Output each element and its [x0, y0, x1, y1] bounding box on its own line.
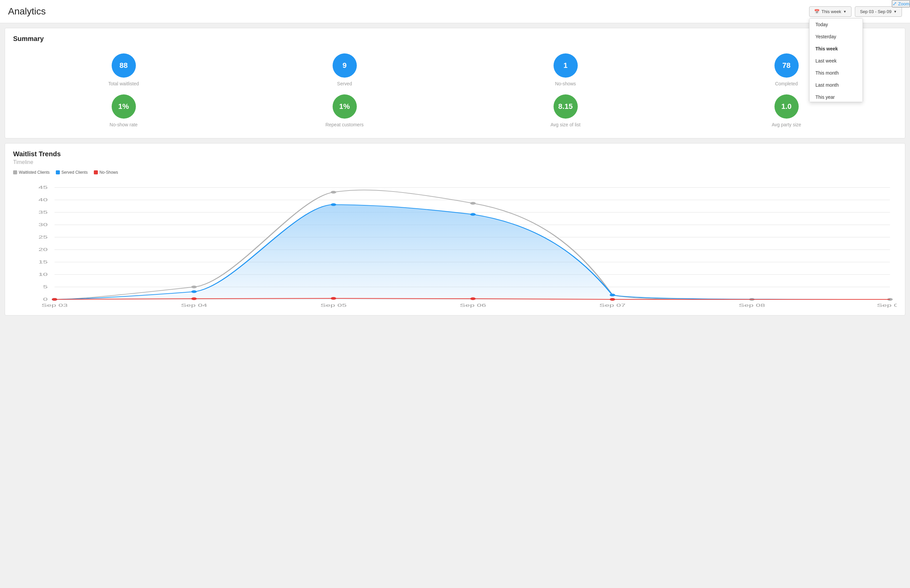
metric-avg-party-size: 1.0 Avg party size — [676, 90, 897, 131]
metric-no-show-rate: 1% No-show rate — [13, 90, 234, 131]
trends-title: Waitlist Trends — [13, 150, 897, 158]
zoom-label: Zoom — [898, 2, 909, 6]
summary-title: Summary — [13, 35, 897, 43]
metric-avg-party-size-value: 1.0 — [774, 94, 799, 119]
period-this-month[interactable]: This month — [810, 67, 863, 79]
svg-text:Sep 09: Sep 09 — [877, 303, 897, 308]
period-last-month[interactable]: Last month — [810, 79, 863, 91]
legend-waitlisted: Waitlisted Clients — [13, 170, 50, 175]
period-last-week[interactable]: Last week — [810, 55, 863, 67]
header-controls: 📅 This week ▼ Today Yesterday This week … — [809, 6, 902, 17]
svg-point-35 — [470, 297, 476, 300]
header: Analytics 📅 This week ▼ Today Yesterday … — [0, 0, 910, 23]
date-range-caret-icon: ▼ — [894, 10, 897, 13]
svg-text:5: 5 — [43, 284, 48, 289]
svg-text:35: 35 — [38, 210, 47, 215]
caret-down-icon: ▼ — [843, 10, 847, 13]
metric-completed: 78 Completed — [676, 49, 897, 90]
metric-repeat-customers-value: 1% — [333, 94, 357, 119]
metric-total-waitlisted-label: Total waitlisted — [108, 81, 139, 86]
svg-text:30: 30 — [38, 223, 48, 227]
svg-text:45: 45 — [38, 185, 47, 190]
svg-text:40: 40 — [38, 197, 48, 202]
metric-no-shows-value: 1 — [554, 53, 578, 78]
metrics-bottom-row: 1% No-show rate 1% Repeat customers 8.15… — [13, 90, 897, 131]
legend-served-label: Served Clients — [62, 170, 88, 175]
metric-no-show-rate-label: No-show rate — [110, 122, 138, 128]
legend-waitlisted-label: Waitlisted Clients — [19, 170, 50, 175]
period-dropdown-menu: Today Yesterday This week Last week This… — [809, 18, 863, 102]
metric-repeat-customers-label: Repeat customers — [325, 122, 364, 128]
legend-waitlisted-dot — [13, 170, 17, 174]
svg-text:Sep 08: Sep 08 — [739, 303, 765, 308]
svg-point-29 — [330, 203, 336, 206]
legend-no-shows-label: No-Shows — [100, 170, 118, 175]
svg-text:Sep 03: Sep 03 — [41, 303, 68, 308]
svg-text:20: 20 — [38, 247, 48, 252]
metric-total-waitlisted-value: 88 — [112, 53, 136, 78]
svg-text:Sep 07: Sep 07 — [599, 303, 625, 308]
metric-served-value: 9 — [333, 53, 357, 78]
svg-text:Sep 05: Sep 05 — [321, 303, 347, 308]
svg-point-22 — [330, 191, 336, 194]
this-week-button[interactable]: 📅 This week ▼ — [809, 6, 852, 17]
period-this-year[interactable]: This year — [810, 91, 863, 102]
legend-served: Served Clients — [56, 170, 88, 175]
calendar-icon: 📅 — [814, 9, 819, 14]
trend-chart: 45 40 35 30 25 20 15 10 5 0 — [13, 181, 897, 309]
svg-text:Sep 04: Sep 04 — [181, 303, 207, 308]
svg-point-34 — [330, 297, 336, 300]
legend-served-dot — [56, 170, 60, 174]
svg-text:15: 15 — [38, 260, 47, 265]
period-this-week[interactable]: This week — [810, 43, 863, 55]
svg-point-21 — [191, 286, 197, 288]
metric-no-shows: 1 No-shows — [455, 49, 676, 90]
svg-point-31 — [610, 294, 615, 296]
zoom-icon: ⤢ — [892, 1, 897, 7]
metric-repeat-customers: 1% Repeat customers — [234, 90, 455, 131]
metric-completed-value: 78 — [774, 53, 799, 78]
svg-point-33 — [191, 297, 197, 300]
period-yesterday[interactable]: Yesterday — [810, 31, 863, 43]
svg-point-36 — [610, 298, 615, 301]
date-range-button[interactable]: Sep 03 - Sep 09 ▼ — [855, 6, 902, 17]
chart-legend: Waitlisted Clients Served Clients No-Sho… — [13, 170, 118, 175]
metric-completed-label: Completed — [775, 81, 798, 86]
page-title: Analytics — [8, 6, 46, 17]
svg-point-30 — [470, 213, 476, 216]
svg-text:25: 25 — [38, 235, 47, 239]
metric-avg-list-size-label: Avg size of list — [551, 122, 580, 128]
svg-text:0: 0 — [43, 297, 48, 302]
this-week-dropdown-wrapper: 📅 This week ▼ Today Yesterday This week … — [809, 6, 852, 17]
svg-point-23 — [470, 202, 476, 205]
metric-served: 9 Served — [234, 49, 455, 90]
metric-avg-party-size-label: Avg party size — [772, 122, 802, 128]
trends-subtitle: Timeline — [13, 159, 897, 165]
metric-avg-list-size: 8.15 Avg size of list — [455, 90, 676, 131]
period-today[interactable]: Today — [810, 18, 863, 31]
metric-avg-list-size-value: 8.15 — [554, 94, 578, 119]
metric-served-label: Served — [337, 81, 352, 86]
trends-card: Waitlist Trends Timeline Waitlisted Clie… — [5, 143, 905, 315]
metric-no-shows-label: No-shows — [555, 81, 576, 86]
zoom-button[interactable]: ⤢ Zoom — [892, 0, 910, 7]
legend-no-shows-dot — [94, 170, 98, 174]
chart-container: 45 40 35 30 25 20 15 10 5 0 — [13, 181, 897, 309]
metric-no-show-rate-value: 1% — [112, 94, 136, 119]
svg-point-32 — [52, 298, 57, 301]
metric-total-waitlisted: 88 Total waitlisted — [13, 49, 234, 90]
svg-point-28 — [191, 290, 197, 293]
this-week-label: This week — [821, 9, 841, 14]
date-range-label: Sep 03 - Sep 09 — [860, 9, 892, 14]
legend-no-shows: No-Shows — [94, 170, 118, 175]
svg-text:Sep 06: Sep 06 — [460, 303, 486, 308]
metrics-top-row: 88 Total waitlisted 9 Served 1 No-shows … — [13, 49, 897, 90]
svg-text:10: 10 — [38, 272, 48, 277]
summary-card: Summary 88 Total waitlisted 9 Served 1 N… — [5, 28, 905, 139]
